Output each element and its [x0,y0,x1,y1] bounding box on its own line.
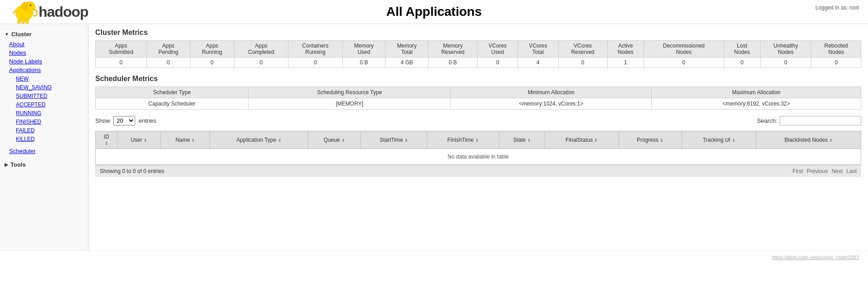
show-search-bar: Show 20 50 100 entries Search: [95,114,861,127]
sort-icon-4: ⇕ [341,138,345,143]
scheduler-header-row: Scheduler TypeScheduling Resource TypeMi… [96,87,861,98]
sidebar-killed-link[interactable]: KILLED [16,136,34,142]
sidebar-node-labels-link[interactable]: Node Labels [9,58,42,65]
scheduler-value-0: Capacity Scheduler [96,98,249,110]
svg-point-3 [30,5,32,6]
sidebar-item-scheduler[interactable]: Scheduler [0,147,88,155]
apps-col-4[interactable]: Queue ⇕ [308,131,361,149]
sidebar-scheduler-link[interactable]: Scheduler [9,148,36,154]
footer: https://blog.csdn.net/xxxxxx_csdn/2083 [0,250,868,264]
apps-col-1[interactable]: User ⇕ [117,131,161,149]
metrics-header-13: LostNodes [724,41,760,58]
cluster-metrics-title: Cluster Metrics [95,29,861,37]
metrics-value-4: 0 [288,58,342,68]
next-button[interactable]: Next [832,168,843,174]
sidebar-nodes-link[interactable]: Nodes [9,49,26,56]
metrics-value-7: 0 B [429,58,478,68]
apps-col-8[interactable]: FinalStatus ⇕ [545,131,619,149]
apps-col-7[interactable]: State ⇕ [499,131,545,149]
sidebar-submitted-link[interactable]: SUBMITTED [16,93,47,99]
showing-text: Showing 0 to 0 of 0 entries [100,168,164,174]
sidebar-item-finished[interactable]: FINISHED [0,117,88,126]
logo-area: hadoop hadoop [9,0,88,25]
apps-col-10[interactable]: Tracking UI ⇕ [682,131,756,149]
cluster-metrics-table: AppsSubmittedAppsPendingAppsRunningAppsC… [95,40,861,68]
sidebar-item-new-saving[interactable]: NEW_SAVING [0,83,88,91]
svg-point-2 [22,2,28,10]
metrics-header-6: MemoryTotal [385,41,429,58]
sidebar-running-link[interactable]: RUNNING [16,110,41,116]
apps-col-0[interactable]: ID ⇕ [96,131,117,149]
scheduler-header-2: Minimum Allocation [451,87,652,98]
show-label: Show [95,117,110,124]
sidebar-item-running[interactable]: RUNNING [0,109,88,117]
sidebar-finished-link[interactable]: FINISHED [16,119,41,125]
hadoop-logo: hadoop [9,0,41,25]
metrics-value-row: 000000 B4 GB0 B04010000 [96,58,861,68]
first-button[interactable]: First [793,168,803,174]
apps-col-6[interactable]: FinishTime ⇕ [427,131,499,149]
sidebar-about-link[interactable]: About [9,41,24,48]
sidebar-new-saving-link[interactable]: NEW_SAVING [16,84,52,91]
svg-rect-4 [18,19,20,24]
scheduler-header-3: Maximum Allocation [652,87,861,98]
sort-icon-10: ⇕ [732,138,736,143]
metrics-header-14: UnhealthyNodes [760,41,811,58]
sidebar-new-link[interactable]: NEW [16,76,29,82]
scheduler-value-2: <memory:1024, vCores:1> [451,98,652,110]
sidebar-item-accepted[interactable]: ACCEPTED [0,100,88,109]
sidebar-item-about[interactable]: About [0,40,88,48]
no-data-cell: No data available in table [96,149,861,165]
cluster-arrow: ▼ [5,32,9,37]
metrics-value-3: 0 [234,58,288,68]
sidebar-item-new[interactable]: NEW [0,74,88,83]
sidebar-item-applications[interactable]: Applications [0,66,88,74]
metrics-value-1: 0 [146,58,190,68]
previous-button[interactable]: Previous [807,168,828,174]
apps-col-5[interactable]: StartTime ⇕ [361,131,427,149]
sidebar-item-failed[interactable]: FAILED [0,126,88,135]
sidebar-applications-link[interactable]: Applications [9,67,41,73]
sidebar-item-submitted[interactable]: SUBMITTED [0,91,88,100]
metrics-header-12: DecommissionedNodes [644,41,724,58]
metrics-header-11: ActiveNodes [607,41,644,58]
metrics-header-10: VCoresReserved [558,41,607,58]
scheduler-header-0: Scheduler Type [96,87,249,98]
apps-col-11[interactable]: Blacklisted Nodes ⇕ [756,131,861,149]
metrics-header-9: VCoresTotal [518,41,558,58]
apps-col-3[interactable]: Application Type ⇕ [210,131,308,149]
metrics-value-15: 0 [811,58,861,68]
sidebar-failed-link[interactable]: FAILED [16,127,34,134]
metrics-value-8: 0 [478,58,518,68]
sidebar-item-nodes[interactable]: Nodes [0,48,88,57]
footer-link[interactable]: https://blog.csdn.net/xxxxxx_csdn/2083 [772,255,859,260]
main-layout: ▼ Cluster About Nodes Node Labels Applic… [0,24,868,250]
metrics-value-0: 0 [96,58,147,68]
last-button[interactable]: Last [846,168,857,174]
entries-select[interactable]: 20 50 100 [113,116,135,125]
metrics-header-0: AppsSubmitted [96,41,147,58]
apps-col-2[interactable]: Name ⇕ [161,131,210,149]
tools-section-header[interactable]: ▶ Tools [0,159,88,170]
metrics-header-2: AppsRunning [190,41,234,58]
apps-col-9[interactable]: Progress ⇕ [619,131,682,149]
sort-icon-3: ⇕ [278,138,282,143]
search-area: Search: [757,116,861,125]
metrics-header-7: MemoryReserved [429,41,478,58]
page-header: hadoop hadoop All Applications Logged in… [0,0,868,24]
search-input[interactable] [780,116,861,125]
metrics-value-12: 0 [644,58,724,68]
sort-icon-6: ⇕ [475,138,479,143]
scheduler-value-1: [MEMORY] [249,98,451,110]
cluster-section-header[interactable]: ▼ Cluster [0,29,88,40]
apps-header-row: ID ⇕User ⇕Name ⇕Application Type ⇕Queue … [96,131,861,149]
sidebar-accepted-link[interactable]: ACCEPTED [16,101,45,108]
metrics-value-9: 4 [518,58,558,68]
metrics-value-13: 0 [724,58,760,68]
sidebar-item-killed[interactable]: KILLED [0,135,88,143]
metrics-header-8: VCoresUsed [478,41,518,58]
metrics-header-5: MemoryUsed [342,41,385,58]
sidebar-item-node-labels[interactable]: Node Labels [0,57,88,66]
svg-rect-6 [26,19,29,24]
scheduler-metrics-table: Scheduler TypeScheduling Resource TypeMi… [95,87,861,110]
